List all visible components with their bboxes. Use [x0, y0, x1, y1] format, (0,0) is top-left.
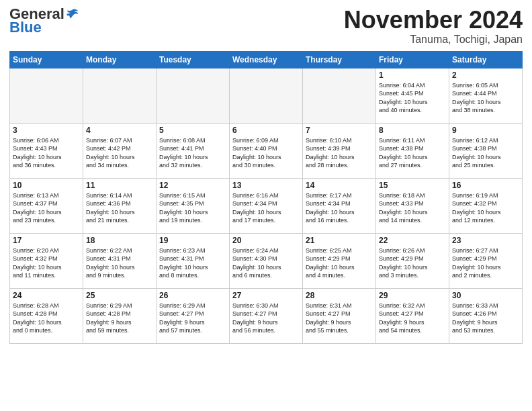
month-title: November 2024: [344, 7, 523, 34]
calendar-cell: [157, 68, 230, 123]
day-info: Sunrise: 6:29 AM Sunset: 4:28 PM Dayligh…: [86, 302, 153, 335]
day-number: 3: [13, 126, 80, 135]
day-info: Sunrise: 6:29 AM Sunset: 4:27 PM Dayligh…: [159, 302, 226, 335]
calendar-cell: 28Sunrise: 6:31 AM Sunset: 4:27 PM Dayli…: [303, 288, 376, 343]
calendar-cell: 30Sunrise: 6:33 AM Sunset: 4:26 PM Dayli…: [449, 288, 523, 343]
day-number: 2: [452, 71, 519, 80]
day-info: Sunrise: 6:06 AM Sunset: 4:43 PM Dayligh…: [13, 136, 80, 170]
day-info: Sunrise: 6:08 AM Sunset: 4:41 PM Dayligh…: [159, 136, 226, 170]
calendar-cell: 15Sunrise: 6:18 AM Sunset: 4:33 PM Dayli…: [376, 178, 449, 233]
day-number: 21: [306, 236, 373, 245]
calendar-cell: 29Sunrise: 6:32 AM Sunset: 4:27 PM Dayli…: [376, 288, 449, 343]
day-number: 30: [452, 291, 519, 300]
day-number: 10: [13, 181, 80, 190]
day-info: Sunrise: 6:31 AM Sunset: 4:27 PM Dayligh…: [306, 302, 373, 335]
calendar-cell: [303, 68, 376, 123]
calendar-cell: 12Sunrise: 6:15 AM Sunset: 4:35 PM Dayli…: [157, 178, 230, 233]
calendar-cell: 23Sunrise: 6:27 AM Sunset: 4:29 PM Dayli…: [449, 233, 523, 288]
page-container: General Blue November 2024 Tanuma, Tochi…: [0, 0, 532, 348]
calendar-week-row: 1Sunrise: 6:04 AM Sunset: 4:45 PM Daylig…: [10, 68, 523, 123]
day-info: Sunrise: 6:04 AM Sunset: 4:45 PM Dayligh…: [379, 81, 446, 115]
day-info: Sunrise: 6:23 AM Sunset: 4:31 PM Dayligh…: [159, 246, 226, 280]
day-info: Sunrise: 6:15 AM Sunset: 4:35 PM Dayligh…: [159, 191, 226, 225]
title-block: November 2024 Tanuma, Tochigi, Japan: [344, 7, 523, 46]
day-info: Sunrise: 6:24 AM Sunset: 4:30 PM Dayligh…: [232, 246, 300, 280]
day-number: 4: [86, 126, 153, 135]
day-info: Sunrise: 6:22 AM Sunset: 4:31 PM Dayligh…: [86, 246, 153, 280]
day-number: 1: [379, 71, 446, 80]
day-info: Sunrise: 6:20 AM Sunset: 4:32 PM Dayligh…: [13, 246, 80, 280]
location-text: Tanuma, Tochigi, Japan: [344, 34, 523, 46]
day-info: Sunrise: 6:07 AM Sunset: 4:42 PM Dayligh…: [86, 136, 153, 170]
calendar-cell: 21Sunrise: 6:25 AM Sunset: 4:29 PM Dayli…: [303, 233, 376, 288]
calendar-cell: 14Sunrise: 6:17 AM Sunset: 4:34 PM Dayli…: [303, 178, 376, 233]
day-number: 13: [232, 181, 300, 190]
calendar-cell: 5Sunrise: 6:08 AM Sunset: 4:41 PM Daylig…: [157, 123, 230, 178]
calendar-cell: 20Sunrise: 6:24 AM Sunset: 4:30 PM Dayli…: [230, 233, 303, 288]
day-number: 25: [86, 291, 153, 300]
day-info: Sunrise: 6:17 AM Sunset: 4:34 PM Dayligh…: [306, 191, 373, 225]
calendar-week-row: 3Sunrise: 6:06 AM Sunset: 4:43 PM Daylig…: [10, 123, 523, 178]
calendar-cell: 25Sunrise: 6:29 AM Sunset: 4:28 PM Dayli…: [83, 288, 157, 343]
calendar-cell: 18Sunrise: 6:22 AM Sunset: 4:31 PM Dayli…: [83, 233, 157, 288]
day-info: Sunrise: 6:11 AM Sunset: 4:38 PM Dayligh…: [379, 136, 446, 170]
day-number: 29: [379, 291, 446, 300]
calendar-cell: [10, 68, 83, 123]
day-info: Sunrise: 6:05 AM Sunset: 4:44 PM Dayligh…: [452, 81, 519, 115]
calendar-table: SundayMondayTuesdayWednesdayThursdayFrid…: [9, 51, 523, 344]
day-number: 22: [379, 236, 446, 245]
weekday-header-tuesday: Tuesday: [157, 51, 230, 68]
calendar-cell: 2Sunrise: 6:05 AM Sunset: 4:44 PM Daylig…: [449, 68, 523, 123]
calendar-cell: 24Sunrise: 6:28 AM Sunset: 4:28 PM Dayli…: [10, 288, 83, 343]
calendar-cell: 10Sunrise: 6:13 AM Sunset: 4:37 PM Dayli…: [10, 178, 83, 233]
calendar-cell: 19Sunrise: 6:23 AM Sunset: 4:31 PM Dayli…: [157, 233, 230, 288]
day-number: 23: [452, 236, 519, 245]
day-info: Sunrise: 6:26 AM Sunset: 4:29 PM Dayligh…: [379, 246, 446, 280]
day-number: 6: [232, 126, 300, 135]
day-number: 8: [379, 126, 446, 135]
weekday-header-thursday: Thursday: [303, 51, 376, 68]
calendar-week-row: 24Sunrise: 6:28 AM Sunset: 4:28 PM Dayli…: [10, 288, 523, 343]
day-number: 28: [306, 291, 373, 300]
day-number: 14: [306, 181, 373, 190]
day-info: Sunrise: 6:13 AM Sunset: 4:37 PM Dayligh…: [13, 191, 80, 225]
weekday-header-sunday: Sunday: [10, 51, 83, 68]
day-info: Sunrise: 6:18 AM Sunset: 4:33 PM Dayligh…: [379, 191, 446, 225]
calendar-week-row: 17Sunrise: 6:20 AM Sunset: 4:32 PM Dayli…: [10, 233, 523, 288]
calendar-cell: 1Sunrise: 6:04 AM Sunset: 4:45 PM Daylig…: [376, 68, 449, 123]
day-number: 17: [13, 236, 80, 245]
day-number: 24: [13, 291, 80, 300]
calendar-cell: [83, 68, 157, 123]
day-info: Sunrise: 6:30 AM Sunset: 4:27 PM Dayligh…: [232, 302, 300, 335]
day-number: 16: [452, 181, 519, 190]
page-header: General Blue November 2024 Tanuma, Tochi…: [9, 7, 523, 46]
calendar-cell: 16Sunrise: 6:19 AM Sunset: 4:32 PM Dayli…: [449, 178, 523, 233]
day-number: 19: [159, 236, 226, 245]
day-info: Sunrise: 6:09 AM Sunset: 4:40 PM Dayligh…: [232, 136, 300, 170]
calendar-cell: 9Sunrise: 6:12 AM Sunset: 4:38 PM Daylig…: [449, 123, 523, 178]
logo-bird-icon: [66, 7, 79, 21]
logo-blue-text: Blue: [9, 19, 42, 36]
day-number: 15: [379, 181, 446, 190]
calendar-cell: 6Sunrise: 6:09 AM Sunset: 4:40 PM Daylig…: [230, 123, 303, 178]
calendar-cell: 3Sunrise: 6:06 AM Sunset: 4:43 PM Daylig…: [10, 123, 83, 178]
day-number: 12: [159, 181, 226, 190]
day-number: 9: [452, 126, 519, 135]
calendar-cell: 7Sunrise: 6:10 AM Sunset: 4:39 PM Daylig…: [303, 123, 376, 178]
calendar-cell: 27Sunrise: 6:30 AM Sunset: 4:27 PM Dayli…: [230, 288, 303, 343]
day-info: Sunrise: 6:28 AM Sunset: 4:28 PM Dayligh…: [13, 302, 80, 335]
day-info: Sunrise: 6:12 AM Sunset: 4:38 PM Dayligh…: [452, 136, 519, 170]
calendar-cell: 26Sunrise: 6:29 AM Sunset: 4:27 PM Dayli…: [157, 288, 230, 343]
day-info: Sunrise: 6:16 AM Sunset: 4:34 PM Dayligh…: [232, 191, 300, 225]
day-info: Sunrise: 6:32 AM Sunset: 4:27 PM Dayligh…: [379, 302, 446, 335]
calendar-week-row: 10Sunrise: 6:13 AM Sunset: 4:37 PM Dayli…: [10, 178, 523, 233]
calendar-cell: 13Sunrise: 6:16 AM Sunset: 4:34 PM Dayli…: [230, 178, 303, 233]
weekday-header-monday: Monday: [83, 51, 157, 68]
day-number: 27: [232, 291, 300, 300]
weekday-header-saturday: Saturday: [449, 51, 523, 68]
weekday-header-row: SundayMondayTuesdayWednesdayThursdayFrid…: [10, 51, 523, 68]
calendar-cell: 22Sunrise: 6:26 AM Sunset: 4:29 PM Dayli…: [376, 233, 449, 288]
day-number: 11: [86, 181, 153, 190]
day-info: Sunrise: 6:14 AM Sunset: 4:36 PM Dayligh…: [86, 191, 153, 225]
day-number: 7: [306, 126, 373, 135]
